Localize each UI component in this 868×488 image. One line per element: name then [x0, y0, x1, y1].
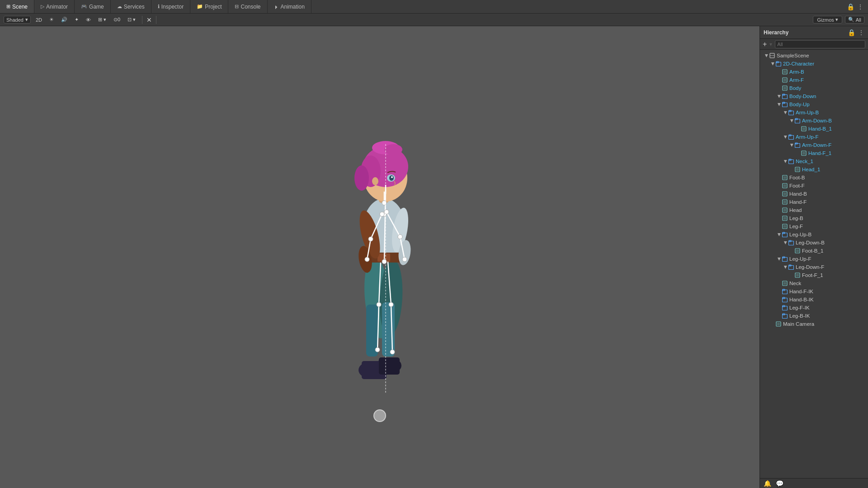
tree-item-main-camera[interactable]: Main Camera [760, 320, 868, 328]
2d-button[interactable]: 2D [33, 16, 44, 23]
shaded-chevron: ▾ [25, 17, 28, 23]
effects-button[interactable]: ✦ [72, 16, 81, 23]
more-icon[interactable]: ⋮ [857, 3, 863, 10]
light-button[interactable]: ☀ [47, 16, 56, 23]
svg-point-47 [377, 302, 381, 307]
tree-icon-head-1 [794, 166, 801, 173]
counter-button[interactable]: ⊙0 [111, 16, 123, 23]
transform-icon[interactable]: ✕ [146, 16, 152, 23]
tree-arrow-leg-down-f[interactable] [783, 264, 788, 270]
tree-item-hand-b[interactable]: Hand-B [760, 190, 868, 198]
tree-item-body-down[interactable]: Body-Down [760, 92, 868, 100]
tree-item-leg-f[interactable]: Leg-F [760, 222, 868, 230]
tree-item-neck[interactable]: Neck [760, 279, 868, 287]
tree-item-head-1[interactable]: Head_1 [760, 165, 868, 174]
tab-animator[interactable]: ▷ Animator [34, 0, 75, 13]
tree-icon-hand-b [782, 191, 788, 197]
light-icon: ☀ [49, 17, 54, 23]
tree-item-body[interactable]: Body [760, 84, 868, 92]
tree-arrow-2d-character[interactable] [770, 61, 775, 66]
svg-rect-56 [783, 70, 786, 73]
hierarchy-search-input[interactable] [775, 40, 865, 48]
scene-handle[interactable] [373, 409, 386, 422]
tree-arrow-body-up[interactable] [776, 102, 782, 107]
tree-label-leg-f: Leg-F [789, 224, 803, 229]
tree-arrow-samplescene[interactable] [764, 53, 769, 58]
tree-icon-body-up [782, 101, 788, 108]
tree-item-arm-up-f[interactable]: Arm-Up-F [760, 133, 868, 141]
toolbar-separator [142, 16, 142, 24]
tab-animation[interactable]: ⏵ Animation [268, 0, 311, 13]
tab-services[interactable]: ☁ Services [111, 0, 151, 13]
tree-item-hand-f-1[interactable]: Hand-F_1 [760, 149, 868, 157]
tree-item-leg-up-f[interactable]: Leg-Up-F [760, 255, 868, 263]
tree-arrow-leg-up-b[interactable] [776, 232, 782, 237]
tree-item-leg-b-ik[interactable]: Leg-B-IK [760, 312, 868, 320]
tree-item-foot-f[interactable]: Foot-F [760, 182, 868, 190]
tree-arrow-leg-up-f[interactable] [776, 256, 782, 262]
tab-console[interactable]: ⊟ Console [228, 0, 267, 13]
hierarchy-add-button[interactable]: + [763, 41, 767, 48]
misc-button[interactable]: ⊡ ▾ [125, 16, 138, 23]
tree-arrow-body-down[interactable] [776, 94, 782, 99]
tree-icon-arm-b [782, 69, 788, 75]
tree-item-foot-b-1[interactable]: Foot-B_1 [760, 247, 868, 255]
svg-point-23 [389, 175, 394, 181]
lock-icon[interactable]: 🔒 [847, 3, 854, 10]
tree-item-leg-b[interactable]: Leg-B [760, 214, 868, 222]
svg-rect-118 [777, 323, 780, 325]
notification-icon[interactable]: 🔔 [764, 480, 771, 487]
tree-item-hand-b-1[interactable]: Hand-B_1 [760, 125, 868, 133]
tree-label-hand-f-1: Hand-F_1 [808, 150, 831, 156]
tab-game[interactable]: 🎮 Game [75, 0, 111, 13]
tree-item-hand-f[interactable]: Hand-F [760, 198, 868, 206]
hierarchy-more-icon[interactable]: ⋮ [858, 29, 864, 36]
tree-label-neck: Neck [789, 281, 801, 286]
tree-item-hand-b-ik[interactable]: Hand-B-IK [760, 296, 868, 304]
tree-icon-leg-b [782, 215, 788, 221]
tree-item-leg-up-b[interactable]: Leg-Up-B [760, 230, 868, 239]
character-container [312, 99, 448, 415]
gizmos-button[interactable]: Gizmos ▾ [813, 16, 842, 23]
tree-item-arm-down-f[interactable]: Arm-Down-F [760, 141, 868, 149]
tab-project[interactable]: 📁 Project [190, 0, 228, 13]
tree-item-neck-1[interactable]: Neck_1 [760, 157, 868, 165]
svg-rect-84 [783, 184, 786, 187]
shaded-dropdown[interactable]: Shaded ▾ [4, 16, 31, 23]
tree-item-leg-down-f[interactable]: Leg-Down-F [760, 263, 868, 271]
tree-arrow-arm-up-f[interactable] [783, 134, 788, 140]
tree-item-leg-f-ik[interactable]: Leg-F-IK [760, 304, 868, 312]
scene-view[interactable] [0, 26, 760, 488]
tree-arrow-arm-down-b[interactable] [789, 118, 794, 123]
tree-item-arm-up-b[interactable]: Arm-Up-B [760, 108, 868, 117]
audio-button[interactable]: 🔊 [59, 16, 70, 23]
hierarchy-lock-icon[interactable]: 🔒 [848, 29, 855, 36]
tree-arrow-neck-1[interactable] [783, 159, 788, 164]
grid-button[interactable]: ⊞ ▾ [96, 16, 108, 23]
tree-arrow-leg-down-b[interactable] [783, 240, 788, 245]
main-area: Hierarchy 🔒 ⋮ + ▾ SampleScene2D-Characte… [0, 26, 868, 488]
tree-item-foot-f-1[interactable]: Foot-F_1 [760, 271, 868, 279]
tree-arrow-arm-down-f[interactable] [789, 142, 794, 148]
all-button[interactable]: 🔍 All [845, 16, 864, 23]
tree-item-arm-down-b[interactable]: Arm-Down-B [760, 117, 868, 125]
chat-icon[interactable]: 💬 [776, 480, 783, 487]
tree-item-samplescene[interactable]: SampleScene [760, 52, 868, 60]
tree-icon-hand-f-1 [801, 150, 807, 156]
tree-item-head[interactable]: Head [760, 206, 868, 214]
audio-icon: 🔊 [61, 17, 67, 23]
tree-item-arm-f[interactable]: Arm-F [760, 76, 868, 84]
tree-arrow-arm-up-b[interactable] [783, 110, 788, 115]
tree-arrow-body [776, 85, 782, 91]
tree-item-hand-f-ik[interactable]: Hand-F-IK [760, 287, 868, 296]
tree-item-2d-character[interactable]: 2D-Character [760, 60, 868, 68]
tree-item-leg-down-b[interactable]: Leg-Down-B [760, 239, 868, 247]
tab-scene[interactable]: ⊞ Scene [0, 0, 34, 13]
services-icon: ☁ [117, 4, 122, 9]
tree-item-foot-b[interactable]: Foot-B [760, 174, 868, 182]
tree-label-hand-f-ik: Hand-F-IK [789, 289, 813, 294]
tab-inspector[interactable]: ℹ Inspector [151, 0, 190, 13]
tree-item-body-up[interactable]: Body-Up [760, 100, 868, 108]
hidden-button[interactable]: 👁 [84, 16, 93, 23]
tree-item-arm-b[interactable]: Arm-B [760, 68, 868, 76]
